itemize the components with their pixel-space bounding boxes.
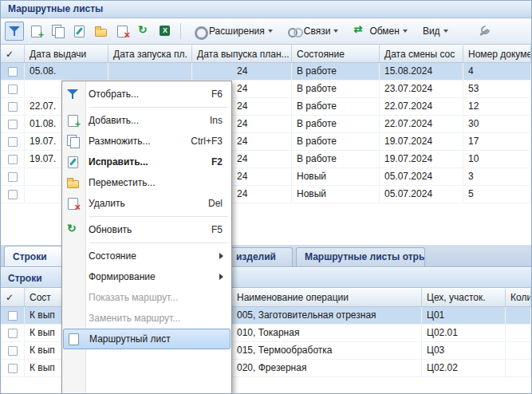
row-checkbox[interactable]: [1, 98, 25, 115]
cell-operation: 015, Термообработка: [232, 342, 422, 359]
copy-document-icon: [51, 25, 64, 37]
delete-document-icon: [116, 25, 128, 37]
menu-item-move[interactable]: Переместить...: [63, 172, 231, 193]
cell-status: В работе: [292, 63, 380, 80]
exchange-arrows-icon: [353, 25, 366, 37]
extensions-menu-button[interactable]: Расширения: [187, 22, 279, 41]
column-header-status[interactable]: Состояние: [292, 45, 380, 63]
move-button[interactable]: [91, 22, 110, 41]
column-header-doc-number[interactable]: Номер докуме: [463, 45, 531, 63]
submenu-arrow-icon: [219, 253, 223, 259]
row-checkbox[interactable]: [1, 81, 25, 97]
menu-item-filter[interactable]: Отобрать... F6: [63, 84, 231, 104]
exchange-menu-button[interactable]: Обмен: [347, 22, 414, 41]
menu-item-refresh[interactable]: Обновить F5: [63, 219, 231, 240]
column-header-issue-date[interactable]: Дата выдачи: [25, 45, 108, 63]
column-header-operation[interactable]: Наименование операции: [232, 288, 422, 307]
cell-doc-number: 12: [463, 98, 531, 115]
row-checkbox[interactable]: [1, 307, 25, 324]
cell-status: В работе: [292, 133, 380, 150]
duplicate-button[interactable]: [48, 22, 67, 41]
shortcut-label: Ins: [210, 115, 231, 126]
menu-item-forming[interactable]: Формирование: [63, 266, 231, 287]
column-header-plan-release-date[interactable]: Дата выпуска план...: [192, 45, 292, 63]
column-header-status-change-date[interactable]: Дата смены сос: [380, 45, 463, 63]
empty-icon: [66, 291, 79, 304]
shortcut-label: F6: [211, 89, 231, 100]
view-label: Вид: [423, 26, 440, 37]
cell-status: В работе: [292, 151, 380, 167]
row-checkbox[interactable]: [1, 151, 25, 167]
row-checkbox[interactable]: [1, 186, 25, 203]
row-checkbox[interactable]: [1, 116, 25, 132]
cell-doc-number: 4: [463, 63, 531, 80]
column-header-quantity[interactable]: Колич: [506, 288, 531, 307]
menu-item-add[interactable]: Добавить... Ins: [63, 110, 231, 131]
cell-status-change-date: 05.07.2024: [380, 168, 463, 185]
row-checkbox[interactable]: [1, 133, 25, 150]
row-checkbox[interactable]: [1, 360, 25, 376]
empty-icon: [66, 250, 79, 262]
cell-doc-number: 30: [463, 116, 531, 132]
document-icon: [67, 333, 80, 345]
copy-document-icon: [66, 135, 79, 148]
cell-status: В работе: [292, 98, 380, 115]
cell-doc-number: 5: [463, 186, 531, 203]
cell-doc-number: 17: [463, 133, 531, 150]
cell-workshop: Ц02.01: [422, 325, 506, 341]
tab-lines[interactable]: Строки: [4, 246, 66, 266]
checkbox-icon: [8, 155, 18, 164]
checkbox-icon: [8, 311, 18, 321]
tab-tear-off-sheets[interactable]: Маршрутные листы отрыва: [296, 247, 425, 266]
menu-item-replace-route: Заменить маршрут...: [63, 308, 231, 329]
filter-button[interactable]: [5, 22, 24, 41]
edit-button[interactable]: [69, 22, 89, 41]
row-checkbox[interactable]: [1, 342, 25, 359]
cell-issue-date: 05.08.: [25, 63, 108, 80]
row-checkbox[interactable]: [1, 168, 25, 185]
cell-status-change-date: 19.07.2024: [380, 151, 463, 167]
menu-separator: [89, 242, 228, 243]
export-excel-button[interactable]: [156, 22, 175, 41]
select-all-header[interactable]: ✓: [1, 288, 25, 307]
delete-document-icon: [66, 197, 79, 210]
menu-item-route-sheet[interactable]: Маршрутный лист: [63, 329, 231, 349]
row-checkbox[interactable]: [1, 63, 25, 80]
column-header-launch-date[interactable]: Дата запуска пл.: [108, 45, 192, 63]
add-document-icon: [30, 25, 42, 37]
menu-item-delete[interactable]: Удалить Del: [63, 193, 231, 214]
refresh-icon: [66, 223, 79, 236]
menu-item-edit[interactable]: Исправить... F2: [63, 152, 231, 172]
delete-button[interactable]: [112, 22, 132, 41]
view-menu-button[interactable]: Вид: [416, 22, 455, 41]
exchange-label: Обмен: [369, 26, 400, 37]
cell-status: Новый: [292, 186, 380, 203]
cell-plan-release-date: 24: [192, 63, 292, 80]
shortcut-label: F2: [211, 156, 231, 167]
chevron-down-icon: [443, 30, 448, 33]
cell-doc-number: 3: [463, 168, 531, 185]
menu-item-duplicate[interactable]: Размножить... Ctrl+F3: [63, 131, 231, 152]
menu-item-show-route: Показать маршрут...: [63, 287, 231, 308]
checkbox-icon: [8, 172, 18, 182]
cell-status: Новый: [292, 168, 380, 185]
add-button[interactable]: [26, 22, 45, 41]
links-menu-button[interactable]: Связи: [282, 22, 345, 41]
menu-separator: [89, 107, 228, 108]
empty-icon: [66, 312, 79, 325]
cell-operation: 010, Токарная: [232, 325, 422, 341]
cell-quantity: [506, 342, 531, 359]
edit-document-icon: [66, 156, 79, 168]
checkbox-icon: [8, 102, 18, 112]
settings-button[interactable]: [475, 22, 494, 41]
cell-quantity: [506, 325, 531, 341]
shortcut-label: Ctrl+F3: [191, 136, 231, 147]
select-all-header[interactable]: ✓: [1, 45, 25, 63]
table-row[interactable]: 05.08. 24 В работе 15.08.2024 4: [1, 63, 531, 81]
row-checkbox[interactable]: [1, 325, 25, 341]
submenu-arrow-icon: [219, 274, 223, 280]
menu-item-status[interactable]: Состояние: [63, 246, 231, 266]
excel-icon: [159, 25, 171, 37]
column-header-workshop[interactable]: Цех, участок.: [422, 288, 506, 307]
refresh-button[interactable]: [134, 22, 153, 41]
